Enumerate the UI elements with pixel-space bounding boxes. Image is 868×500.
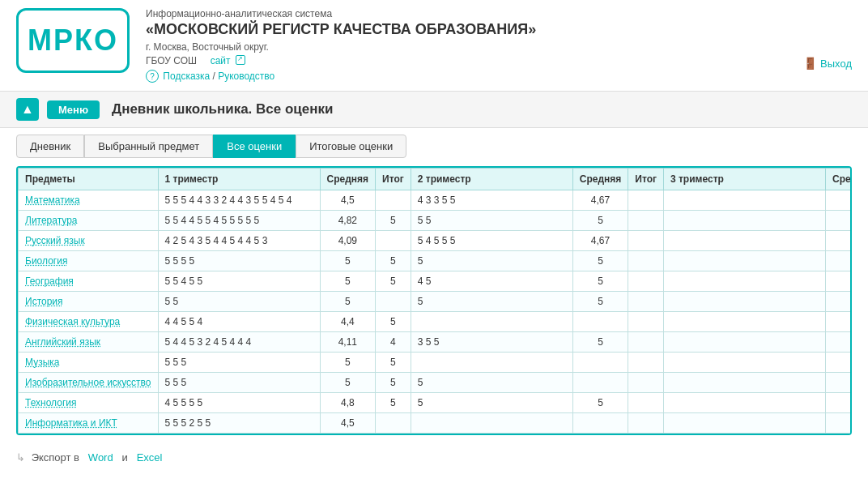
cell-t1: 5 5 5 2 5 5 [158, 413, 320, 434]
cell-t3 [663, 251, 825, 271]
cell-subject[interactable]: Математика [19, 190, 159, 211]
tab-all-grades[interactable]: Все оценки [213, 135, 296, 158]
cell-avg1: 5 [320, 251, 376, 271]
cell-avg1: 4,4 [320, 312, 376, 332]
location: г. Москва, Восточный округ. [146, 41, 803, 53]
tab-final-grades[interactable]: Итоговые оценки [296, 135, 406, 158]
cell-t1: 5 5 4 4 5 5 4 5 5 5 5 5 [158, 211, 320, 231]
subject-link[interactable]: Русский язык [25, 235, 85, 246]
cell-avg1: 4,5 [320, 190, 376, 211]
cell-subject[interactable]: Английский язык [19, 332, 159, 353]
cell-t2: 5 4 5 5 5 [411, 231, 572, 251]
cell-avg2: 5 [572, 292, 628, 312]
subject-link[interactable]: Математика [25, 194, 80, 206]
grades-table: Предметы 1 триместр Средняя Итог 2 триме… [18, 168, 852, 434]
cell-subject[interactable]: Биология [19, 251, 159, 271]
cell-subject[interactable]: География [19, 271, 159, 292]
table-row: История5 5555 [19, 292, 853, 312]
cell-avg3 [825, 190, 852, 211]
export-bar: ↳ Экспорт в Word и Excel [0, 443, 868, 472]
help-link[interactable]: Подсказка [163, 71, 210, 82]
question-icon: ? [146, 70, 159, 83]
cell-t3 [663, 292, 825, 312]
subject-link[interactable]: Биология [25, 255, 67, 267]
school-site-link[interactable]: сайт [211, 55, 245, 66]
cell-subject[interactable]: Информатика и ИКТ [19, 413, 159, 434]
cell-t2 [411, 312, 572, 332]
header-right: 🚪 Выход [803, 8, 852, 70]
cell-i2 [628, 292, 664, 312]
cell-subject[interactable]: Физическая культура [19, 312, 159, 332]
cell-avg3 [825, 251, 852, 271]
cell-t3 [663, 413, 825, 434]
menu-button[interactable]: Меню [47, 100, 100, 119]
cell-avg1: 5 [320, 373, 376, 393]
cell-avg1: 4,5 [320, 413, 376, 434]
subject-link[interactable]: Технология [25, 397, 77, 408]
cell-subject[interactable]: Изобразительное искусство [19, 373, 159, 393]
cell-avg3 [825, 271, 852, 292]
export-excel-link[interactable]: Excel [137, 451, 163, 464]
cell-subject[interactable]: История [19, 292, 159, 312]
col-header-avg3: Средняя [825, 169, 852, 190]
cell-avg3 [825, 393, 852, 413]
tabs-bar: Дневник Выбранный предмет Все оценки Ито… [0, 128, 868, 158]
tab-diary[interactable]: Дневник [16, 135, 84, 158]
cell-avg3 [825, 413, 852, 434]
cell-t2: 4 3 3 5 5 [411, 190, 572, 211]
cell-t2: 5 5 [411, 211, 572, 231]
tab-subject[interactable]: Выбранный предмет [84, 135, 213, 158]
subject-link[interactable]: География [25, 276, 74, 287]
table-row: Изобразительное искусство5 5 5555 [19, 373, 853, 393]
table-row: Технология4 5 5 5 54,8555 [19, 393, 853, 413]
school-label: ГБОУ СОШ [146, 55, 197, 66]
guide-link[interactable]: Руководство [218, 71, 274, 82]
subject-link[interactable]: Музыка [25, 357, 59, 368]
col-header-avg2: Средняя [572, 169, 628, 190]
cell-subject[interactable]: Технология [19, 393, 159, 413]
subject-link[interactable]: Информатика и ИКТ [25, 417, 117, 429]
cell-t3 [663, 231, 825, 251]
cell-subject[interactable]: Музыка [19, 353, 159, 373]
cell-subject[interactable]: Литература [19, 211, 159, 231]
cell-subject[interactable]: Русский язык [19, 231, 159, 251]
logo: МРКО [28, 24, 118, 58]
subject-link[interactable]: История [25, 296, 63, 307]
cell-i2 [628, 353, 664, 373]
cell-t1: 4 4 5 5 4 [158, 312, 320, 332]
subject-link[interactable]: Изобразительное искусство [25, 377, 151, 388]
cell-t2 [411, 413, 572, 434]
sys-name: «МОСКОВСКИЙ РЕГИСТР КАЧЕСТВА ОБРАЗОВАНИЯ… [146, 21, 803, 38]
export-word-link[interactable]: Word [88, 451, 113, 464]
col-header-t3: 3 триместр [663, 169, 825, 190]
cell-t3 [663, 393, 825, 413]
cell-avg1: 4,11 [320, 332, 376, 353]
subject-link[interactable]: Английский язык [25, 336, 100, 348]
back-button[interactable]: ▲ [16, 98, 39, 121]
table-row: Литература5 5 4 4 5 5 4 5 5 5 5 54,8255 … [19, 211, 853, 231]
cell-i2 [628, 190, 664, 211]
cell-t1: 4 5 5 5 5 [158, 393, 320, 413]
col-header-subject: Предметы [19, 169, 159, 190]
col-header-t2: 2 триместр [411, 169, 572, 190]
table-row: Информатика и ИКТ5 5 5 2 5 54,5 [19, 413, 853, 434]
cell-i1 [376, 231, 411, 251]
help-links: ? Подсказка / Руководство [146, 70, 803, 83]
cell-t1: 5 5 5 [158, 373, 320, 393]
cell-t2: 5 [411, 393, 572, 413]
export-separator: и [122, 451, 128, 464]
cell-i1 [376, 190, 411, 211]
cell-avg2: 5 [572, 251, 628, 271]
cell-i2 [628, 393, 664, 413]
cell-avg3 [825, 353, 852, 373]
toolbar: ▲ Меню Дневник школьника. Все оценки [0, 92, 868, 128]
logout-link[interactable]: 🚪 Выход [803, 57, 852, 70]
subject-link[interactable]: Литература [25, 215, 78, 226]
cell-i1 [376, 292, 411, 312]
subject-link[interactable]: Физическая культура [25, 316, 120, 327]
school-row: ГБОУ СОШ сайт [146, 54, 803, 66]
cell-avg1: 4,8 [320, 393, 376, 413]
cell-t1: 5 4 4 5 3 2 4 5 4 4 4 [158, 332, 320, 353]
cell-avg1: 5 [320, 271, 376, 292]
cell-t2 [411, 353, 572, 373]
